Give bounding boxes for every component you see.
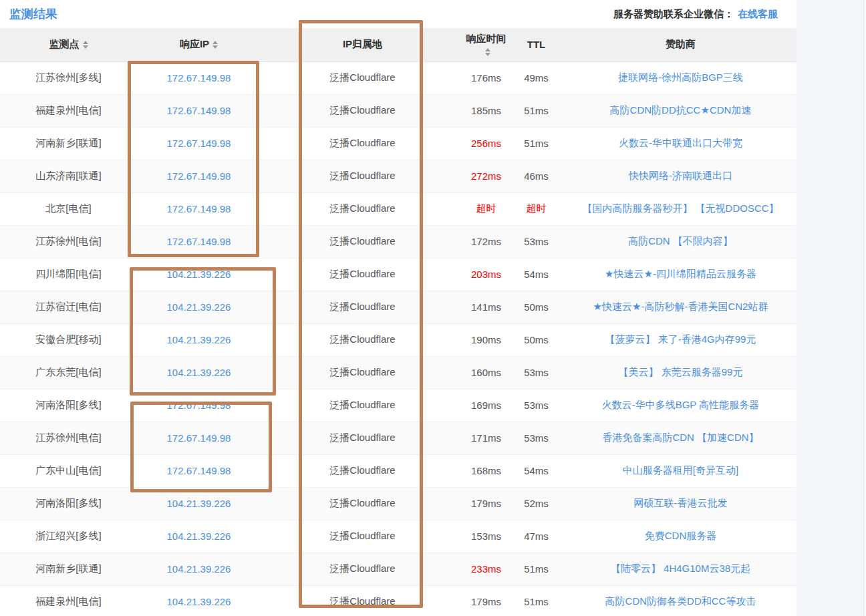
sponsor-cell: 【陆零云】 4H4G10M云38元起 bbox=[565, 553, 797, 585]
sponsor-link[interactable]: 火数云-华中多线BGP 高性能服务器 bbox=[602, 399, 760, 410]
response-ip-link[interactable]: 172.67.149.98 bbox=[167, 465, 231, 476]
response-ip-link[interactable]: 172.67.149.98 bbox=[167, 138, 231, 149]
table-header: 监测点响应IPIP归属地响应时间TTL赞助商 bbox=[0, 28, 797, 61]
monitor-point-cell: 江苏宿迁[电信] bbox=[0, 291, 137, 323]
ip-location-cell: 泛播Cloudflare bbox=[261, 454, 464, 487]
response-ip-link[interactable]: 172.67.149.98 bbox=[167, 236, 231, 247]
response-ip-link[interactable]: 104.21.39.226 bbox=[167, 530, 231, 542]
response-ip-link[interactable]: 104.21.39.226 bbox=[167, 596, 231, 607]
response-ip-cell: 172.67.149.98 bbox=[137, 192, 261, 225]
response-ip-link[interactable]: 172.67.149.98 bbox=[167, 400, 231, 411]
sort-icon[interactable] bbox=[83, 41, 88, 49]
ttl-cell: 超时 bbox=[508, 192, 565, 225]
sponsor-link[interactable]: 快快网络-济南联通出口 bbox=[629, 170, 732, 181]
sponsor-link[interactable]: 捷联网络-徐州高防BGP三线 bbox=[618, 71, 743, 83]
ttl-cell: 52ms bbox=[508, 487, 565, 520]
sponsor-link[interactable]: 网硕互联-香港云批发 bbox=[634, 497, 728, 508]
response-ip-link[interactable]: 104.21.39.226 bbox=[167, 563, 231, 575]
ttl-cell: 50ms bbox=[508, 291, 565, 323]
sponsor-link[interactable]: 火数云-华中联通出口大带宽 bbox=[619, 137, 742, 148]
ip-location-cell: 泛播Cloudflare bbox=[261, 389, 464, 422]
response-ip-cell: 172.67.149.98 bbox=[137, 422, 261, 454]
response-time-cell: 272ms bbox=[464, 160, 508, 192]
response-ip-cell: 172.67.149.98 bbox=[137, 454, 261, 487]
response-time-cell: 141ms bbox=[464, 291, 508, 323]
ttl-cell: 53ms bbox=[508, 356, 565, 389]
sponsor-link[interactable]: 高防CDN防御各类DD和CC等攻击 bbox=[605, 595, 756, 607]
monitor-point-cell: 福建泉州[电信] bbox=[0, 94, 137, 127]
sponsor-link[interactable]: ★快速云★-四川绵阳精品云服务器 bbox=[605, 268, 756, 279]
table-row: 江苏徐州[多线]172.67.149.98泛播Cloudflare176ms49… bbox=[0, 61, 797, 94]
online-service-link[interactable]: 在线客服 bbox=[738, 8, 778, 19]
ip-location-cell: 泛播Cloudflare bbox=[261, 553, 464, 585]
table-row: 福建泉州[电信]104.21.39.226泛播Cloudflare179ms51… bbox=[0, 585, 797, 616]
ip-location-cell: 泛播Cloudflare bbox=[261, 94, 464, 127]
sponsor-link[interactable]: ★快速云★-高防秒解-香港美国CN2站群 bbox=[593, 301, 768, 312]
sponsor-link[interactable]: 【美云】 东莞云服务器99元 bbox=[619, 366, 743, 377]
response-ip-link[interactable]: 172.67.149.98 bbox=[167, 170, 231, 182]
ip-location-cell: 泛播Cloudflare bbox=[261, 127, 464, 160]
response-ip-cell: 172.67.149.98 bbox=[137, 225, 261, 258]
response-ip-link[interactable]: 104.21.39.226 bbox=[167, 334, 231, 345]
sponsor-cell: 网硕互联-香港云批发 bbox=[565, 487, 797, 520]
ttl-cell: 51ms bbox=[508, 585, 565, 616]
table-row: 浙江绍兴[多线]104.21.39.226泛播Cloudflare153ms47… bbox=[0, 520, 797, 553]
response-ip-cell: 104.21.39.226 bbox=[137, 291, 261, 323]
content-area: 监测结果 服务器赞助联系企业微信：在线客服 监测点响应IPIP归属地响应时间TT… bbox=[0, 0, 797, 616]
response-time-cell: 153ms bbox=[464, 520, 508, 553]
sponsor-cell: 火数云-华中联通出口大带宽 bbox=[565, 127, 797, 160]
column-header-1[interactable]: 监测点 bbox=[0, 28, 137, 61]
response-ip-link[interactable]: 172.67.149.98 bbox=[167, 432, 231, 444]
column-header-label: 监测点 bbox=[49, 38, 80, 49]
scrollbar-track[interactable] bbox=[863, 0, 866, 616]
monitor-point-cell: 河南新乡[联通] bbox=[0, 553, 137, 585]
response-time-cell: 169ms bbox=[464, 389, 508, 422]
sponsor-link[interactable]: 高防CDN防DD抗CC★CDN加速 bbox=[610, 104, 752, 116]
response-ip-cell: 104.21.39.226 bbox=[137, 356, 261, 389]
sponsor-cell: 【国内高防服务器秒开】 【无视DDOSCC】 bbox=[565, 192, 797, 225]
sponsor-link[interactable]: 【陆零云】 4H4G10M云38元起 bbox=[611, 563, 750, 574]
response-ip-cell: 104.21.39.226 bbox=[137, 585, 261, 616]
response-ip-cell: 172.67.149.98 bbox=[137, 127, 261, 160]
sponsor-link[interactable]: 【国内高防服务器秒开】 【无视DDOSCC】 bbox=[582, 202, 778, 214]
column-header-2[interactable]: 响应IP bbox=[137, 28, 261, 61]
column-header-5: TTL bbox=[508, 28, 565, 61]
sponsor-link[interactable]: 【菠萝云】 来了-香港4G内存99元 bbox=[605, 333, 756, 345]
ip-location-cell: 泛播Cloudflare bbox=[261, 291, 464, 323]
sponsor-cell: ★快速云★-四川绵阳精品云服务器 bbox=[565, 258, 797, 291]
ip-location-cell: 泛播Cloudflare bbox=[261, 258, 464, 291]
response-ip-cell: 104.21.39.226 bbox=[137, 553, 261, 585]
sort-icon[interactable] bbox=[212, 41, 218, 49]
monitor-point-cell: 河南洛阳[多线] bbox=[0, 487, 137, 520]
sponsor-link[interactable]: 免费CDN服务器 bbox=[645, 530, 717, 541]
response-ip-link[interactable]: 172.67.149.98 bbox=[167, 105, 231, 116]
column-header-3: IP归属地 bbox=[261, 28, 464, 61]
column-header-label: 响应IP bbox=[180, 38, 209, 49]
ip-location-cell: 泛播Cloudflare bbox=[261, 160, 464, 192]
monitor-point-cell: 四川绵阳[电信] bbox=[0, 258, 137, 291]
response-ip-link[interactable]: 104.21.39.226 bbox=[167, 367, 231, 378]
response-ip-link[interactable]: 104.21.39.226 bbox=[167, 498, 231, 509]
response-ip-link[interactable]: 104.21.39.226 bbox=[167, 301, 231, 313]
table-row: 福建泉州[电信]172.67.149.98泛播Cloudflare185ms51… bbox=[0, 94, 797, 127]
sponsor-link[interactable]: 高防CDN 【不限内容】 bbox=[628, 235, 733, 247]
column-header-4[interactable]: 响应时间 bbox=[464, 28, 508, 61]
sort-icon[interactable] bbox=[485, 48, 490, 56]
response-time-cell: 超时 bbox=[464, 192, 508, 225]
table-row: 广东东莞[电信]104.21.39.226泛播Cloudflare160ms53… bbox=[0, 356, 797, 389]
ip-location-cell: 泛播Cloudflare bbox=[261, 192, 464, 225]
sponsor-cell: 香港免备案高防CDN 【加速CDN】 bbox=[565, 422, 797, 454]
response-time-cell: 168ms bbox=[464, 454, 508, 487]
sponsor-contact-label: 服务器赞助联系企业微信： bbox=[613, 8, 734, 19]
sponsor-cell: 中山服务器租用[奇异互动] bbox=[565, 454, 797, 487]
page-background-gutter bbox=[797, 0, 866, 616]
monitor-point-cell: 福建泉州[电信] bbox=[0, 585, 137, 616]
sponsor-link[interactable]: 香港免备案高防CDN 【加速CDN】 bbox=[602, 432, 758, 443]
response-ip-link[interactable]: 104.21.39.226 bbox=[167, 269, 231, 280]
sponsor-link[interactable]: 中山服务器租用[奇异互动] bbox=[623, 464, 738, 476]
response-time-cell: 203ms bbox=[464, 258, 508, 291]
response-ip-link[interactable]: 172.67.149.98 bbox=[167, 72, 231, 84]
response-ip-cell: 104.21.39.226 bbox=[137, 258, 261, 291]
sponsor-cell: 捷联网络-徐州高防BGP三线 bbox=[565, 61, 797, 94]
response-ip-link[interactable]: 172.67.149.98 bbox=[167, 203, 231, 214]
